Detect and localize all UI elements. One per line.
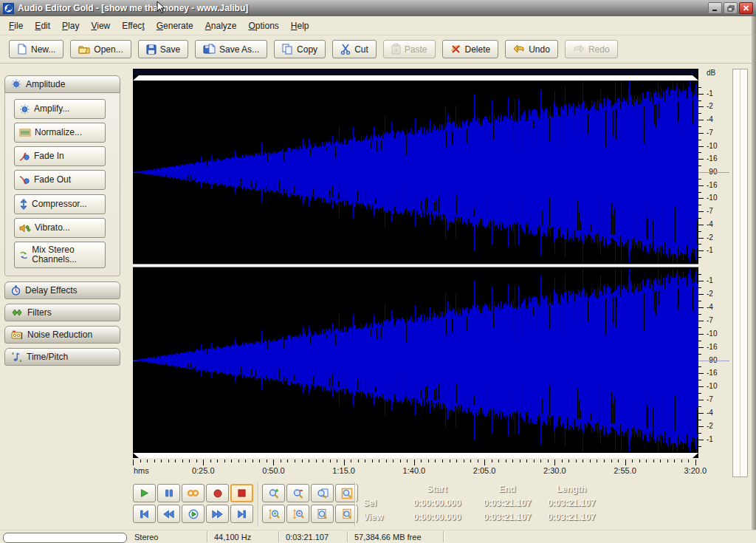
paste-button[interactable]: Paste: [383, 40, 436, 58]
sidebar-group-time-pitch[interactable]: Time/Pitch: [4, 348, 120, 366]
vertical-zoom-out-button[interactable]: [286, 505, 309, 523]
sidebar-group-filters[interactable]: Filters: [4, 304, 120, 321]
db-label: -10: [707, 143, 717, 150]
sel-end-value: 0:03:21.107: [475, 498, 539, 508]
paste-label: Paste: [405, 44, 427, 55]
undo-button[interactable]: Undo: [505, 40, 558, 58]
close-button[interactable]: ✕: [739, 2, 753, 14]
ruler-time-label: 1:40.0: [403, 466, 426, 475]
cut-button[interactable]: Cut: [332, 40, 377, 58]
sel-length-value: 0:03:21.107: [539, 498, 604, 508]
zoom-in-button[interactable]: [262, 484, 285, 502]
sidebar-group-delay-effects[interactable]: Delay Effects: [4, 281, 120, 299]
record-icon: [213, 489, 222, 498]
fast-forward-button[interactable]: [206, 505, 229, 523]
zoom-full-icon: [341, 488, 353, 499]
db-label: -4: [707, 116, 713, 123]
status-bar: Stereo 44,100 Hz 0:03:21.107 57,384.66 M…: [0, 530, 756, 543]
db-label: -16: [707, 155, 717, 163]
group-noise-reduction-label: Noise Reduction: [27, 329, 92, 340]
title-bar[interactable]: Audio Editor Gold - [show me tha money -…: [0, 0, 756, 16]
menu-effect[interactable]: Effect: [116, 18, 150, 33]
vertical-scrollbar[interactable]: [732, 69, 748, 477]
loop-button[interactable]: [182, 484, 205, 502]
save-button[interactable]: Save: [138, 40, 188, 58]
go-end-button[interactable]: [230, 505, 253, 523]
menu-analyze[interactable]: Analyze: [199, 18, 243, 33]
menu-help[interactable]: Help: [285, 18, 315, 33]
zoom-out-button[interactable]: [286, 484, 309, 502]
open-button[interactable]: Open...: [70, 40, 131, 58]
waveform-left-channel[interactable]: [133, 81, 698, 264]
record-button[interactable]: [206, 484, 229, 502]
sel-start-value: 0:00:00.000: [399, 498, 475, 508]
fade-in-icon: [19, 151, 30, 162]
compressor-label: Compressor...: [32, 199, 87, 209]
amplitude-icon: [11, 79, 21, 89]
db-label: -1: [707, 90, 713, 98]
info-row-sel-label: Sel: [360, 498, 399, 508]
menu-edit[interactable]: Edit: [29, 18, 56, 33]
play-button[interactable]: [133, 484, 156, 502]
selection-end-marker-top[interactable]: [693, 75, 698, 81]
menu-view[interactable]: View: [85, 18, 116, 33]
zoom-selection-window-button[interactable]: [311, 505, 334, 523]
selection-strip-top[interactable]: [133, 75, 698, 81]
fast-forward-icon: [212, 510, 223, 519]
undo-label: Undo: [529, 44, 550, 55]
time-ruler[interactable]: hms 0:25.00:50.01:15.01:40.02:05.02:30.0…: [133, 460, 724, 479]
menu-options[interactable]: Options: [242, 18, 284, 33]
fade-out-icon: [19, 175, 30, 185]
sidebar-group-amplitude[interactable]: Amplitude: [4, 75, 120, 93]
db-scale-header: dB: [707, 69, 715, 77]
go-start-button[interactable]: [133, 505, 156, 523]
mix-stereo-icon: [19, 250, 28, 261]
selection-end-marker-bottom[interactable]: [693, 453, 698, 458]
zoom-window-icon: [341, 508, 353, 520]
db-label: -10: [707, 383, 717, 390]
pause-icon: [165, 488, 173, 498]
compressor-button[interactable]: Compressor...: [14, 194, 106, 214]
overview-position-bar[interactable]: [133, 69, 698, 75]
selection-strip-bottom[interactable]: [133, 453, 698, 458]
open-icon: [78, 44, 90, 54]
amplify-button[interactable]: Amplify...: [14, 99, 106, 119]
mix-stereo-channels-button[interactable]: Mix Stereo Channels...: [14, 242, 106, 268]
zoom-selection-button[interactable]: [311, 484, 334, 502]
waveform-right-channel[interactable]: [133, 267, 698, 453]
db-label: -1: [707, 247, 713, 254]
vibrato-button[interactable]: Vibrato...: [14, 218, 106, 238]
minimize-button[interactable]: [708, 2, 722, 14]
rewind-button[interactable]: [157, 505, 180, 523]
vibrato-label: Vibrato...: [35, 223, 70, 233]
normalize-button[interactable]: Normalize...: [14, 123, 106, 143]
fade-out-button[interactable]: Fade Out: [14, 170, 106, 190]
delete-button[interactable]: Delete: [442, 40, 499, 58]
db-label: -4: [707, 221, 713, 228]
new-button[interactable]: New...: [9, 40, 63, 58]
redo-button[interactable]: Redo: [565, 40, 618, 58]
maximize-button[interactable]: [724, 2, 738, 14]
vertical-zoom-in-icon: [268, 508, 280, 520]
sidebar-group-noise-reduction[interactable]: Noise Reduction: [4, 326, 120, 344]
copy-label: Copy: [297, 44, 317, 55]
save-as-button[interactable]: Save As...: [195, 40, 267, 58]
copy-button[interactable]: Copy: [274, 40, 326, 58]
db-label: -4: [707, 409, 713, 417]
waveform-display: [133, 69, 698, 458]
db-label: -2: [707, 103, 713, 110]
menu-play[interactable]: Play: [56, 18, 85, 33]
play-selection-button[interactable]: [182, 505, 205, 523]
menu-file[interactable]: File: [3, 18, 29, 33]
delete-label: Delete: [465, 44, 491, 55]
selection-start-marker-bottom[interactable]: [133, 453, 139, 458]
menu-generate[interactable]: Generate: [151, 18, 199, 33]
stop-button[interactable]: [230, 484, 253, 502]
db-scale-column: dB -1-2-4-7-10-16-90-16-10-7-4-2-1 -1-2-…: [698, 69, 732, 458]
vertical-zoom-in-button[interactable]: [262, 505, 285, 523]
selection-start-marker-top[interactable]: [133, 75, 139, 81]
group-time-pitch-label: Time/Pitch: [27, 352, 68, 362]
fade-in-button[interactable]: Fade In: [14, 146, 106, 166]
main-toolbar: New... Open... Save Save As... Copy Cut …: [0, 35, 756, 64]
pause-button[interactable]: [157, 484, 180, 502]
